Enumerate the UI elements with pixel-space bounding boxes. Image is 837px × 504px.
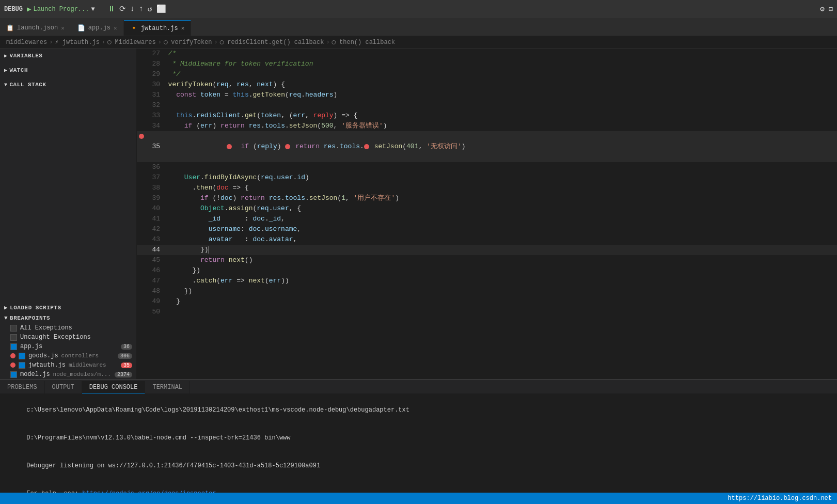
code-row-49: 49 }: [137, 296, 837, 307]
code-line-38: .then(doc => {: [160, 183, 837, 193]
breadcrumb-then[interactable]: ◯ then() callback: [332, 38, 395, 46]
line-num-30: 30: [137, 80, 160, 90]
tabs-bar: 📋 launch.json ✕ 📄 app.js ✕ 🔸 jwtauth.js …: [0, 18, 837, 36]
breakpoint-all-exceptions[interactable]: All Exceptions: [0, 323, 136, 333]
callstack-header[interactable]: ▼ CALL STACK: [0, 80, 136, 90]
step-out-icon[interactable]: ↑: [139, 5, 144, 13]
panel-tab-problems[interactable]: PROBLEMS: [0, 381, 45, 393]
console-text-3: Debugger listening on ws://127.0.0.1:214…: [26, 462, 320, 469]
model-js-checkbox[interactable]: [10, 371, 17, 378]
tab-icon-jwtauth: 🔸: [130, 24, 138, 32]
line-num-35: 35: [137, 131, 160, 162]
code-line-44: }): [160, 245, 837, 255]
console-text-1: c:\Users\lenovo\AppData\Roaming\Code\log…: [26, 406, 409, 414]
tab-app[interactable]: 📄 app.js ✕: [71, 20, 124, 36]
code-line-29: */: [160, 69, 837, 80]
tab-launch[interactable]: 📋 launch.json ✕: [0, 20, 71, 36]
watch-header[interactable]: ▶ WATCH: [0, 65, 136, 75]
stop-icon[interactable]: ⬜: [156, 4, 166, 14]
debug-run-button[interactable]: ▶ Launch Progr... ▼: [27, 5, 95, 13]
arrow-dot2-35: [364, 144, 369, 149]
split-icon[interactable]: ⊟: [829, 5, 833, 13]
all-exceptions-checkbox[interactable]: [10, 325, 17, 332]
variables-label: VARIABLES: [10, 53, 43, 59]
variables-section: ▶ VARIABLES: [0, 49, 136, 63]
breakpoints-label: BREAKPOINTS: [10, 315, 50, 321]
breakpoint-goods-js[interactable]: goods.js controllers 306: [0, 351, 136, 360]
loaded-scripts-chevron: ▶: [4, 304, 8, 311]
breakpoint-uncaught-exceptions[interactable]: Uncaught Exceptions: [0, 333, 136, 342]
app-js-label: app.js: [20, 343, 42, 350]
tab-close-launch[interactable]: ✕: [61, 25, 65, 32]
code-row-44: 44 }): [137, 245, 837, 255]
breakpoint-model-js[interactable]: model.js node_modules/m... 2374: [0, 370, 136, 379]
restart-icon[interactable]: ↺: [148, 4, 152, 14]
breakpoint-jwtauth-js[interactable]: jwtauth.js middlewares 35: [0, 360, 136, 370]
loaded-scripts-label: LOADED SCRIPTS: [10, 305, 61, 311]
code-line-48: }): [160, 286, 837, 296]
breadcrumb-middlewares2[interactable]: ◯ Middlewares: [107, 38, 156, 46]
line-num-31: 31: [137, 90, 160, 100]
breakpoint-app-js[interactable]: app.js 36: [0, 342, 136, 351]
jwtauth-js-badge: 35: [121, 363, 132, 368]
tab-jwtauth[interactable]: 🔸 jwtauth.js ✕: [124, 20, 192, 36]
tab-label-app: app.js: [88, 24, 110, 32]
tab-icon-launch: 📋: [6, 24, 14, 32]
panel-tab-debug-console[interactable]: DEBUG CONSOLE: [82, 381, 146, 393]
panel-tab-terminal[interactable]: TERMINAL: [145, 381, 190, 393]
console-line-1: c:\Users\lenovo\AppData\Roaming\Code\log…: [4, 396, 833, 424]
top-bar: DEBUG ▶ Launch Progr... ▼ ⏸ ⟳ ↓ ↑ ↺ ⬜ ⚙ …: [0, 0, 837, 18]
line-num-45: 45: [137, 255, 160, 265]
step-over-icon[interactable]: ⟳: [119, 4, 126, 14]
tab-label-launch: launch.json: [17, 24, 58, 32]
breadcrumb-redisclient[interactable]: ◯ redisClient.get() callback: [220, 38, 324, 46]
debug-label: DEBUG: [4, 6, 23, 13]
line-num-28: 28: [137, 59, 160, 69]
jwtauth-js-tag: middlewares: [69, 362, 106, 368]
goods-js-dot: [10, 353, 15, 358]
breakpoints-chevron: ▼: [4, 315, 8, 321]
watch-chevron: ▶: [4, 67, 8, 73]
loaded-scripts-header[interactable]: ▶ LOADED SCRIPTS: [0, 302, 136, 313]
console-text-2: D:\ProgramFiles\nvm\v12.13.0\babel-node.…: [26, 434, 290, 442]
code-row-47: 47 .catch(err => next(err)): [137, 276, 837, 286]
breakpoints-header[interactable]: ▼ BREAKPOINTS: [0, 313, 136, 323]
code-line-28: * Middleware for token verification: [160, 59, 837, 69]
callstack-section: ▼ CALL STACK: [0, 77, 136, 92]
code-row-29: 29 */: [137, 69, 837, 80]
code-row-27: 27 /*: [137, 49, 837, 59]
code-line-43: avatar : doc.avatar,: [160, 234, 837, 245]
breadcrumb-middlewares[interactable]: middlewares: [6, 39, 47, 46]
uncaught-exceptions-checkbox[interactable]: [10, 334, 17, 341]
breadcrumb-jwtauth[interactable]: ⚡ jwtauth.js: [55, 38, 99, 46]
tab-close-jwtauth[interactable]: ✕: [181, 25, 185, 32]
sidebar: ▶ VARIABLES ▶ WATCH ▼ CALL STACK ▶ LOADE…: [0, 49, 137, 379]
watch-section: ▶ WATCH: [0, 63, 136, 77]
variables-header[interactable]: ▶ VARIABLES: [0, 51, 136, 61]
debug-console-content: c:\Users\lenovo\AppData\Roaming\Code\log…: [0, 394, 837, 493]
line-num-43: 43: [137, 234, 160, 245]
breadcrumb-verifytoken[interactable]: ◯ verifyToken: [164, 38, 212, 46]
code-line-37: User.findByIdAsync(req.user.id): [160, 172, 837, 183]
code-row-35: 35 if (reply) return res.tools. setJson(…: [137, 131, 837, 162]
goods-js-tag: controllers: [61, 353, 99, 359]
jwtauth-js-checkbox[interactable]: [19, 362, 25, 369]
goods-js-checkbox[interactable]: [19, 353, 25, 359]
code-line-32: [160, 100, 837, 111]
code-line-36: [160, 162, 837, 172]
tab-close-app[interactable]: ✕: [114, 25, 117, 32]
gear-icon[interactable]: ⚙: [820, 5, 824, 13]
code-line-41: _id : doc._id,: [160, 214, 837, 224]
continue-icon[interactable]: ⏸: [107, 5, 115, 14]
breakpoint-dot-35: [227, 144, 232, 149]
code-editor[interactable]: 27 /* 28 * Middleware for token verifica…: [137, 49, 837, 379]
app-js-checkbox[interactable]: [10, 343, 17, 350]
model-js-badge: 2374: [115, 372, 132, 377]
watch-label: WATCH: [10, 67, 28, 73]
line-num-37: 37: [137, 172, 160, 183]
panel-tab-output[interactable]: OUTPUT: [45, 381, 82, 393]
line-num-48: 48: [137, 286, 160, 296]
code-row-37: 37 User.findByIdAsync(req.user.id): [137, 172, 837, 183]
goods-js-label: goods.js: [28, 352, 58, 359]
step-into-icon[interactable]: ↓: [130, 5, 135, 13]
